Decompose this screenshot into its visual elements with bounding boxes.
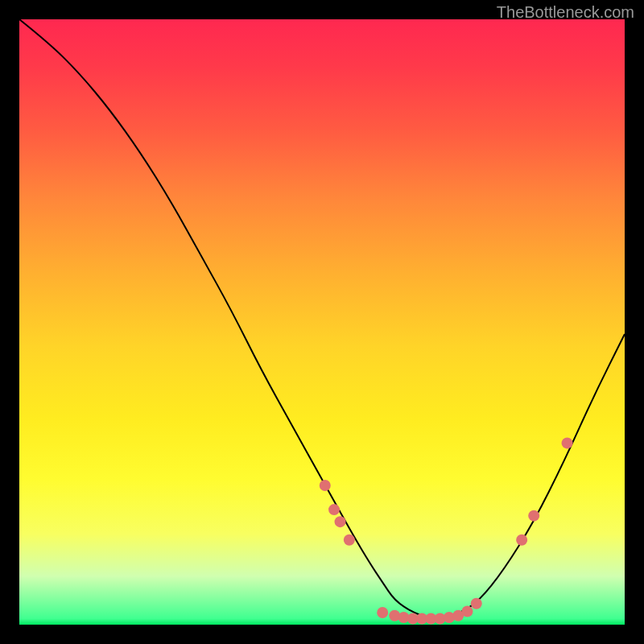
data-point (461, 605, 473, 617)
bottleneck-curve (19, 19, 625, 625)
data-point (562, 437, 573, 448)
watermark-text: TheBottleneck.com (497, 3, 634, 22)
data-point (320, 480, 331, 491)
data-point (344, 535, 355, 546)
curve-markers (320, 437, 573, 624)
plot-area (19, 19, 625, 625)
data-point (328, 504, 340, 515)
data-point (528, 510, 539, 522)
curve-line (19, 19, 625, 618)
data-point (516, 535, 527, 546)
data-point (471, 598, 482, 609)
data-point (335, 516, 346, 527)
data-point (377, 607, 388, 618)
